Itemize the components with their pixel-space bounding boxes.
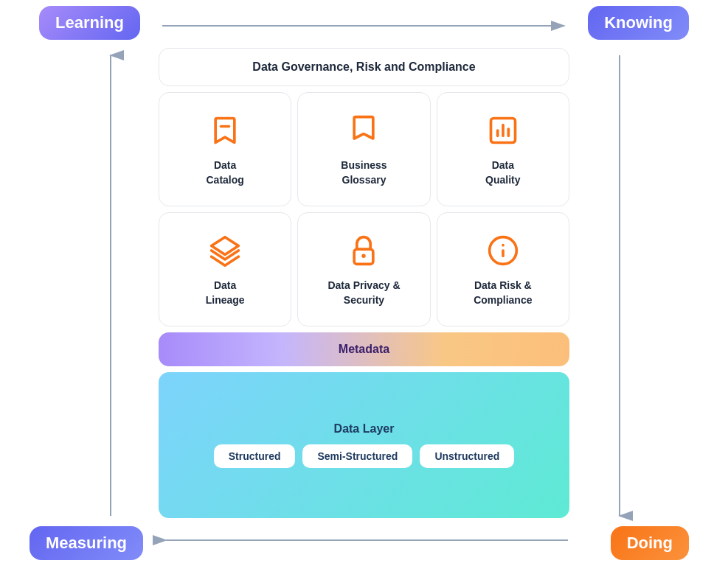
card-label: BusinessGlossary xyxy=(341,158,386,187)
badge-learning: Learning xyxy=(39,6,140,40)
pill-structured: Structured xyxy=(214,444,296,468)
main-content: Data Governance, Risk and Compliance Dat… xyxy=(159,48,569,518)
badge-measuring: Measuring xyxy=(30,526,143,560)
card-label: DataLineage xyxy=(206,279,245,307)
data-layer: Data Layer Structured Semi-Structured Un… xyxy=(159,372,569,518)
pill-unstructured: Unstructured xyxy=(420,444,514,468)
cards-grid: DataCatalog BusinessGlossary xyxy=(159,92,569,326)
card-data-quality[interactable]: DataQuality xyxy=(437,92,569,206)
metadata-label: Metadata xyxy=(339,343,389,356)
governance-bar: Data Governance, Risk and Compliance xyxy=(159,48,569,86)
card-label: Data Privacy &Security xyxy=(327,279,400,307)
badge-knowing: Knowing xyxy=(588,6,689,40)
info-circle-icon xyxy=(484,231,522,270)
card-data-risk-compliance[interactable]: Data Risk &Compliance xyxy=(437,212,569,326)
data-layer-pills: Structured Semi-Structured Unstructured xyxy=(214,444,515,468)
card-business-glossary[interactable]: BusinessGlossary xyxy=(297,92,430,206)
lock-icon xyxy=(344,231,383,270)
card-label: Data Risk &Compliance xyxy=(474,279,532,307)
bookmark-icon xyxy=(206,111,244,150)
ribbon-icon xyxy=(344,111,383,150)
card-label: DataCatalog xyxy=(206,158,243,187)
bar-chart-icon xyxy=(484,111,522,150)
card-data-lineage[interactable]: DataLineage xyxy=(159,212,291,326)
metadata-bar: Metadata xyxy=(159,332,569,366)
pill-semi-structured: Semi-Structured xyxy=(302,444,412,468)
data-layer-title: Data Layer xyxy=(334,422,395,436)
badge-doing: Doing xyxy=(611,526,689,560)
card-label: DataQuality xyxy=(485,158,520,187)
card-data-privacy-security[interactable]: Data Privacy &Security xyxy=(297,212,430,326)
card-data-catalog[interactable]: DataCatalog xyxy=(159,92,291,206)
governance-label: Data Governance, Risk and Compliance xyxy=(252,60,475,74)
svg-point-15 xyxy=(362,254,367,258)
layers-icon xyxy=(206,231,244,270)
